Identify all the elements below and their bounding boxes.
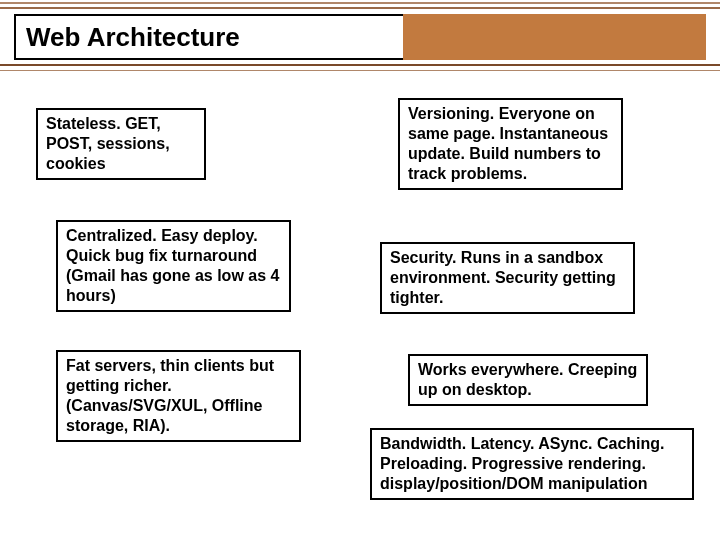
- decor-rule: [0, 70, 720, 71]
- note-versioning: Versioning. Everyone on same page. Insta…: [398, 98, 623, 190]
- note-centralized: Centralized. Easy deploy. Quick bug fix …: [56, 220, 291, 312]
- note-everywhere: Works everywhere. Creeping up on desktop…: [408, 354, 648, 406]
- decor-rule: [0, 7, 720, 9]
- note-stateless: Stateless. GET, POST, sessions, cookies: [36, 108, 206, 180]
- note-security: Security. Runs in a sandbox environment.…: [380, 242, 635, 314]
- note-fat-servers: Fat servers, thin clients but getting ri…: [56, 350, 301, 442]
- title-container: Web Architecture: [14, 14, 706, 60]
- decor-rule: [0, 64, 720, 66]
- note-bandwidth: Bandwidth. Latency. ASync. Caching. Prel…: [370, 428, 694, 500]
- decor-rule: [0, 2, 720, 4]
- slide-title: Web Architecture: [16, 16, 704, 59]
- slide-body: Stateless. GET, POST, sessions, cookies …: [0, 90, 720, 540]
